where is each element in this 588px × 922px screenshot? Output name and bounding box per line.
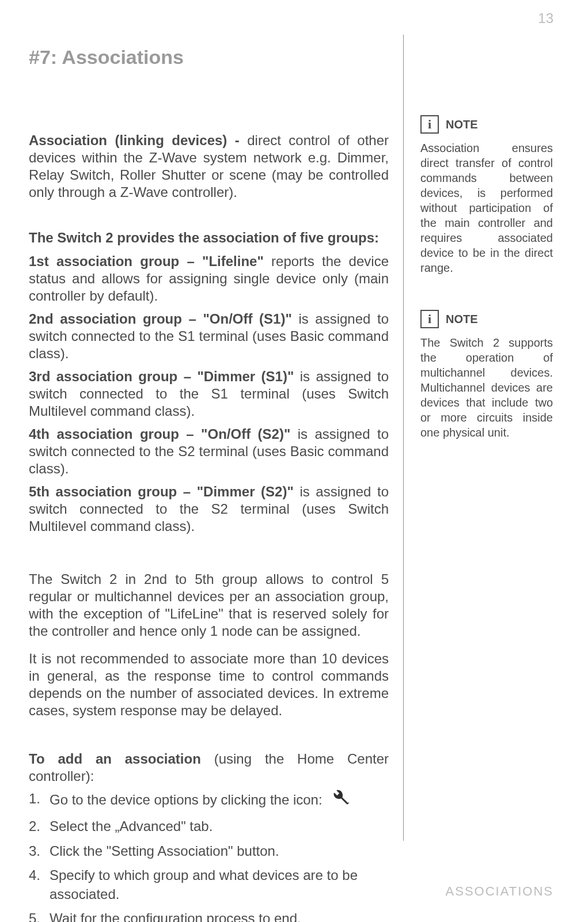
step-1: Go to the device options by clicking the…: [29, 790, 389, 811]
note-1-label: NOTE: [446, 118, 478, 131]
details-p1: The Switch 2 in 2nd to 5th group allows …: [29, 571, 389, 640]
note-2-header: i NOTE: [420, 310, 553, 328]
step-5-text: Wait for the configuration process to en…: [50, 910, 301, 922]
group-2-bold: 2nd association group – "On/Off (S1)": [29, 311, 298, 327]
steps-list: Go to the device options by clicking the…: [29, 790, 389, 922]
sidebar: i NOTE Association ensures direct transf…: [420, 115, 553, 475]
group-3: 3rd association group – "Dimmer (S1)" is…: [29, 368, 389, 420]
note-1-body: Association ensures direct transfer of c…: [420, 141, 553, 275]
add-assoc-bold: To add an association: [29, 751, 214, 767]
step-4-text: Specify to which group and what devices …: [50, 867, 358, 901]
footer-label: ASSOCIATIONS: [446, 884, 553, 899]
intro-bold: Association (linking devices) -: [29, 132, 247, 148]
info-icon: i: [420, 115, 439, 134]
step-2-text: Select the „Advanced" tab.: [50, 818, 213, 834]
intro-paragraph: Association (linking devices) - direct c…: [29, 132, 389, 201]
add-association-heading: To add an association (using the Home Ce…: [29, 750, 389, 785]
page: 13 #7: Associations Association (linking…: [0, 0, 588, 922]
group-2: 2nd association group – "On/Off (S1)" is…: [29, 310, 389, 362]
group-5-bold: 5th association group – "Dimmer (S2)": [29, 484, 299, 499]
note-1-header: i NOTE: [420, 115, 553, 134]
group-1: 1st association group – "Lifeline" repor…: [29, 253, 389, 305]
main-content: #7: Associations Association (linking de…: [29, 35, 389, 922]
group-4: 4th association group – "On/Off (S2)" is…: [29, 426, 389, 477]
note-2: i NOTE The Switch 2 supports the operati…: [420, 310, 553, 440]
info-icon: i: [420, 310, 439, 328]
wrench-icon: [329, 787, 349, 811]
step-3-text: Click the "Setting Association" button.: [50, 843, 279, 859]
group-3-bold: 3rd association group – "Dimmer (S1)": [29, 369, 300, 384]
group-5: 5th association group – "Dimmer (S2)" is…: [29, 483, 389, 535]
step-1-text: Go to the device options by clicking the…: [50, 792, 323, 807]
note-1: i NOTE Association ensures direct transf…: [420, 115, 553, 275]
note-2-label: NOTE: [446, 313, 478, 326]
group-4-bold: 4th association group – "On/Off (S2)": [29, 426, 298, 442]
step-5: Wait for the configuration process to en…: [29, 909, 389, 922]
note-2-body: The Switch 2 supports the operation of m…: [420, 335, 553, 440]
section-title: #7: Associations: [29, 46, 389, 69]
group-1-bold: 1st association group – "Lifeline": [29, 253, 271, 269]
step-3: Click the "Setting Association" button.: [29, 842, 389, 860]
step-2: Select the „Advanced" tab.: [29, 817, 389, 836]
details-p2: It is not recommended to associate more …: [29, 650, 389, 719]
vertical-divider: [403, 35, 404, 841]
page-number: 13: [538, 10, 553, 26]
groups-heading: The Switch 2 provides the association of…: [29, 230, 389, 246]
step-4: Specify to which group and what devices …: [29, 866, 389, 904]
